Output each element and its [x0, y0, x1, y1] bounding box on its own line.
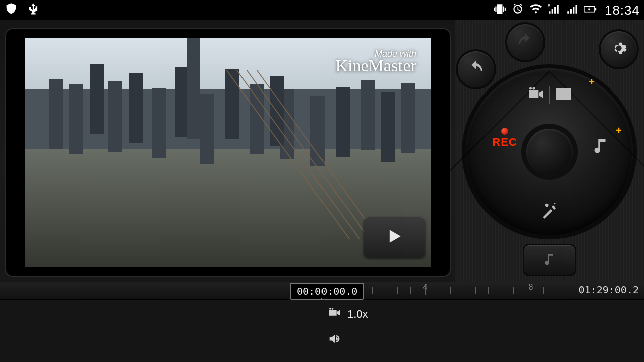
wifi-icon: [529, 3, 542, 18]
add-media-button[interactable]: +: [513, 84, 586, 106]
play-icon: [383, 225, 406, 249]
redo-button[interactable]: [507, 24, 543, 60]
camera-icon: [327, 306, 341, 323]
video-icon: [526, 84, 545, 106]
svg-text:R: R: [548, 3, 551, 8]
preview-video[interactable]: Made with KineMaster: [25, 38, 431, 267]
svg-point-7: [332, 308, 334, 310]
audio-track[interactable]: [327, 332, 341, 349]
music-icon: [591, 136, 610, 157]
speed-value: 1.0x: [347, 308, 368, 321]
media-wheel: + + REC: [466, 68, 633, 235]
wheel-center-button[interactable]: [526, 129, 573, 175]
gear-icon: [610, 40, 627, 59]
end-time: 01:29:00.2: [579, 284, 639, 296]
shield-icon: [4, 2, 18, 18]
usb-icon: [26, 2, 40, 18]
timeline: 00:00:00.0 01:29:00.2 4 8: [0, 282, 644, 362]
record-label: REC: [492, 136, 517, 149]
svg-point-4: [532, 87, 535, 89]
svg-point-6: [329, 308, 331, 310]
watermark: Made with KineMaster: [335, 49, 416, 72]
track-area[interactable]: 1.0x: [0, 300, 644, 362]
editor-app: Made with KineMaster: [0, 20, 644, 362]
preview-frame: Made with KineMaster: [5, 28, 451, 277]
effects-button[interactable]: [521, 201, 578, 222]
wand-icon: [540, 201, 559, 222]
play-button[interactable]: [364, 217, 425, 258]
speaker-icon: [327, 332, 341, 349]
ruler-mark-4: 4: [423, 283, 428, 292]
battery-charging-icon: [584, 3, 597, 18]
ruler-mark-8: 8: [529, 283, 533, 292]
image-icon: [554, 84, 573, 106]
timeline-ruler[interactable]: 00:00:00.0 01:29:00.2 4 8: [0, 282, 644, 300]
record-button[interactable]: REC: [483, 128, 526, 149]
signal-r-icon: R: [547, 3, 560, 18]
record-dot-icon: [501, 128, 508, 135]
add-audio-button[interactable]: +: [581, 136, 621, 157]
speed-track[interactable]: 1.0x: [327, 306, 368, 323]
svg-rect-2: [595, 8, 596, 11]
music-note-icon: [542, 251, 557, 268]
audio-track-button[interactable]: [524, 245, 575, 275]
alarm-icon: [511, 3, 524, 18]
clock-time: 18:34: [605, 3, 640, 18]
watermark-brand: KineMaster: [335, 59, 416, 72]
signal-icon: [566, 3, 579, 18]
undo-button[interactable]: [458, 51, 494, 87]
plus-icon: +: [589, 76, 595, 88]
status-bar: R 18:34: [0, 0, 644, 20]
playhead-time: 00:00:00.0: [290, 283, 364, 300]
redo-icon: [517, 33, 534, 52]
vibrate-icon: [493, 3, 506, 18]
undo-icon: [467, 60, 485, 79]
settings-button[interactable]: [601, 31, 637, 67]
plus-icon: +: [616, 125, 622, 136]
svg-point-3: [529, 87, 532, 89]
